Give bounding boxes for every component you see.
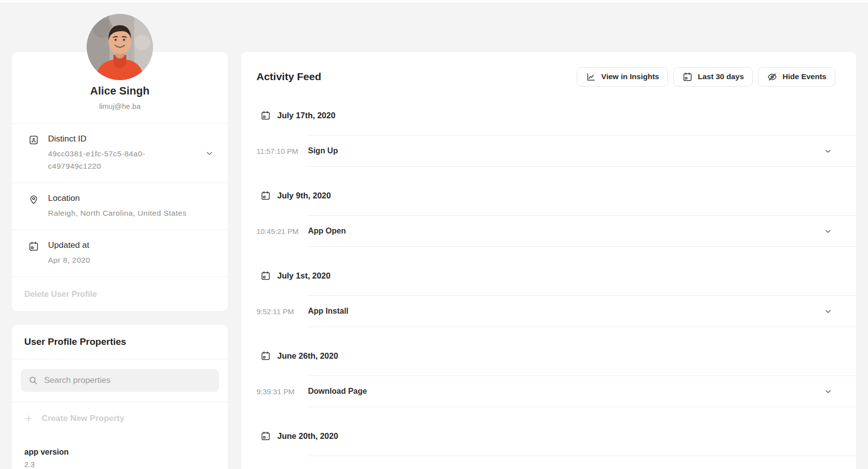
profile-field-distinct-id: Distinct ID 49cc0381-e1fc-57c5-84a0-c497… [12,123,228,183]
property-item: app version 2.3 [12,435,228,469]
properties-title: User Profile Properties [12,325,228,359]
search-input[interactable] [21,369,219,392]
last-30-days-button[interactable]: Last 30 days [673,67,753,87]
user-profile-properties-card: User Profile Properties Create New Prope… [12,325,228,469]
feed-toolbar: View in Insights Last 30 days Hide Event… [577,67,835,87]
chevron-down-icon [824,307,832,316]
event-group: June 20th, 2020 [256,430,856,469]
search-icon [28,375,38,385]
event-time: 11:57:10 PM [256,135,308,167]
event-rows: 9:52:11 PM App Install [256,295,856,327]
chevron-down-icon[interactable] [824,387,832,396]
field-label: Location [48,193,199,203]
search-icon [28,375,38,385]
property-name: app version [24,448,215,457]
profile-field-location: Location Raleigh, North Carolina, United… [12,183,228,230]
event-date-header: July 9th, 2020 [256,189,856,201]
search-row [12,359,228,402]
search-box [21,369,219,392]
chevron-down-icon[interactable] [205,149,216,158]
event-expand-target[interactable]: Download Page [308,375,856,407]
id-badge-icon [28,135,39,145]
event-name: App Install [308,307,349,316]
property-value: 2.3 [24,460,215,469]
line-chart-icon [586,72,596,82]
event-date-header: June 20th, 2020 [256,430,856,442]
profile-summary-card: Alice Singh limuj@he.ba Distinct ID 49cc… [12,52,228,311]
event-time: 9:52:11 PM [256,295,308,327]
event-rows: 10:45:21 PM App Open [256,215,856,247]
delete-user-profile-button[interactable]: Delete User Profile [24,289,97,299]
calendar-icon [28,241,39,252]
field-value: Raleigh, North Carolina, United States [48,207,197,219]
field-value: Apr 8, 2020 [48,254,197,266]
event-date-label: July 17th, 2020 [277,111,335,120]
avatar-illustration [87,14,153,80]
chevron-down-icon[interactable] [824,147,832,155]
toolbar-button-label: View in Insights [601,72,659,81]
profile-name: Alice Singh [24,85,216,97]
profile-sidebar: Alice Singh limuj@he.ba Distinct ID 49cc… [12,3,228,469]
profile-field-updated-at: Updated at Apr 8, 2020 [12,230,228,277]
chevron-down-icon [205,149,214,158]
activity-feed-card: Activity Feed View in Insights Last 30 d… [241,52,856,469]
event-group: July 1st, 2020 9:52:11 PM App Install [256,270,856,327]
event-name: Sign Up [308,146,338,155]
view-in-insights-button[interactable]: View in Insights [577,67,668,87]
event-name: App Open [308,227,346,235]
event-row: 10:45:21 PM App Open [256,215,856,247]
event-row: 11:57:10 PM Sign Up [256,135,856,167]
event-expand-target[interactable]: Sign Up [308,135,856,167]
activity-feed-title: Activity Feed [256,71,321,83]
calendar-icon [260,110,271,121]
event-rows: 9:39:31 PM Download Page [256,375,856,407]
event-date-header: June 26th, 2020 [256,350,856,362]
chevron-down-icon [824,227,832,235]
event-row-partial [308,456,856,469]
event-time: 10:45:21 PM [256,215,308,247]
calendar-icon [260,271,271,281]
field-value: 49cc0381-e1fc-57c5-84a0-c497949c1220 [48,147,197,172]
chevron-down-icon [824,147,832,155]
event-group: July 9th, 2020 10:45:21 PM App Open [256,189,856,247]
location-pin-icon [28,194,39,205]
hide-events-button[interactable]: Hide Events [758,67,835,87]
event-row: 9:52:11 PM App Install [256,295,856,327]
calendar-icon [260,351,271,361]
event-group: July 17th, 2020 11:57:10 PM Sign Up [256,109,856,167]
calendar-icon [682,72,693,82]
calendar-icon [260,271,271,281]
event-time: 9:39:31 PM [256,375,308,407]
chevron-down-icon [824,387,832,396]
page-layout: Alice Singh limuj@he.ba Distinct ID 49cc… [0,3,868,469]
chevron-down-icon[interactable] [824,307,832,316]
event-group: June 26th, 2020 9:39:31 PM Download Page [256,350,856,407]
create-new-property-button[interactable]: Create New Property [12,402,228,435]
toolbar-button-label: Hide Events [782,72,826,81]
event-rows: 11:57:10 PM Sign Up [256,135,856,167]
event-expand-target[interactable]: App Install [308,295,856,327]
event-name: Download Page [308,387,367,396]
feed-header: Activity Feed View in Insights Last 30 d… [256,67,856,87]
event-expand-target[interactable]: App Open [308,215,856,247]
calendar-icon [260,190,271,201]
event-groups: July 17th, 2020 11:57:10 PM Sign Up July… [256,109,856,469]
calendar-icon [260,351,271,361]
plus-icon [24,414,33,423]
eye-off-icon [767,72,777,82]
event-date-label: July 1st, 2020 [277,271,330,281]
create-new-property-label: Create New Property [42,414,124,423]
avatar [87,14,153,80]
calendar-icon [260,431,271,441]
toolbar-button-label: Last 30 days [698,72,744,81]
property-list: app version 2.3 [12,435,228,469]
event-date-label: June 26th, 2020 [277,351,338,361]
event-date-header: July 17th, 2020 [256,109,856,121]
event-date-label: June 20th, 2020 [277,431,338,441]
plus-icon [24,414,33,423]
field-label: Distinct ID [48,134,199,144]
chevron-down-icon[interactable] [824,227,832,235]
event-date-label: July 9th, 2020 [277,191,331,200]
field-label: Updated at [48,240,199,250]
event-row: 9:39:31 PM Download Page [256,375,856,407]
